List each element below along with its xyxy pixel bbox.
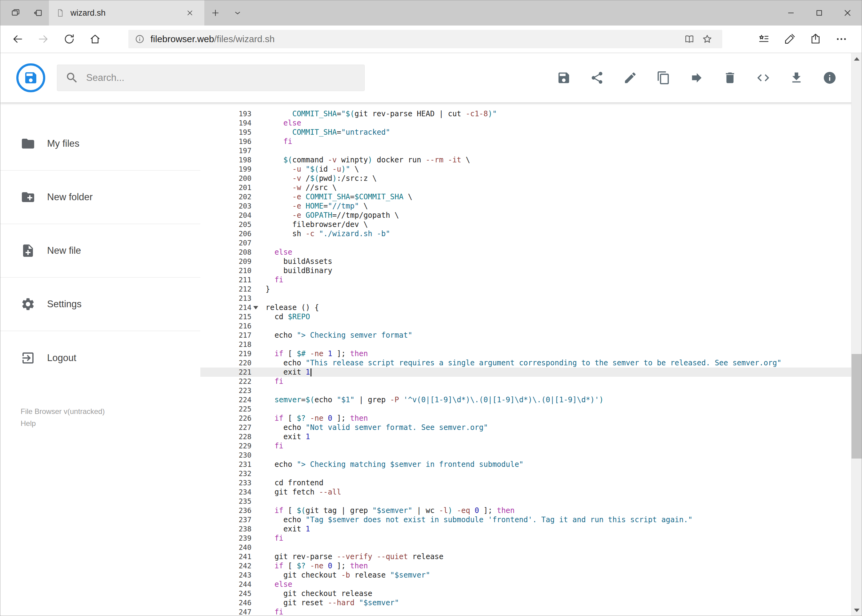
move-button[interactable] xyxy=(683,64,710,91)
address-bar[interactable]: filebrowser.web/files/wizard.sh xyxy=(128,30,722,48)
fold-toggle-icon[interactable] xyxy=(253,306,258,310)
code-line[interactable]: 199 -u "$(id -u)" \ xyxy=(200,165,851,174)
code-line[interactable]: 230 xyxy=(200,451,851,460)
code-line[interactable]: 246 git reset --hard "$semver" xyxy=(200,598,851,607)
code-line[interactable]: 203 -e HOME="//tmp" \ xyxy=(200,201,851,211)
code-line[interactable]: 212} xyxy=(200,284,851,294)
favorites-hub-button[interactable] xyxy=(751,27,777,51)
code-line[interactable]: 210 buildBinary xyxy=(200,266,851,275)
page-info-button[interactable] xyxy=(134,34,145,44)
code-line[interactable]: 245 git checkout release xyxy=(200,589,851,598)
code-line[interactable]: 222 fi xyxy=(200,377,851,386)
code-line[interactable]: 220 echo "This release script requires a… xyxy=(200,358,851,368)
edit-button[interactable] xyxy=(617,64,644,91)
search-input[interactable] xyxy=(86,72,356,83)
code-line[interactable]: 232 xyxy=(200,469,851,478)
back-button[interactable] xyxy=(5,27,30,51)
code-line[interactable]: 208 else xyxy=(200,248,851,257)
code-line[interactable]: 247 fi xyxy=(200,607,851,616)
code-line[interactable]: 243 git checkout -b release "$semver" xyxy=(200,570,851,580)
code-line[interactable]: 221 exit 1 xyxy=(200,368,851,377)
download-button[interactable] xyxy=(783,64,810,91)
reading-view-button[interactable] xyxy=(681,31,698,47)
set-tabs-aside-button[interactable] xyxy=(27,0,49,25)
code-line[interactable]: 224 semver=$(echo "$1" | grep -P '^v(0|[… xyxy=(200,395,851,404)
code-line[interactable]: 242 if [ $? -ne 0 ]; then xyxy=(200,561,851,570)
code-line[interactable]: 231 echo "> Checking matching $semver in… xyxy=(200,460,851,469)
sidebar-item-settings[interactable]: Settings xyxy=(0,278,200,331)
code-line[interactable]: 240 xyxy=(200,543,851,552)
code-line[interactable]: 223 xyxy=(200,386,851,395)
code-line[interactable]: 207 xyxy=(200,238,851,248)
code-line[interactable]: 217 echo "> Checking semver format" xyxy=(200,331,851,340)
code-line[interactable]: 202 -e COMMIT_SHA=$COMMIT_SHA \ xyxy=(200,192,851,201)
add-favorite-button[interactable] xyxy=(698,31,716,47)
forward-button[interactable] xyxy=(30,27,56,51)
code-line[interactable]: 214release () { xyxy=(200,303,851,312)
code-line[interactable]: 194 else xyxy=(200,118,851,127)
code-line[interactable]: 218 xyxy=(200,340,851,349)
code-line[interactable]: 200 -v /$(pwd):/src:z \ xyxy=(200,174,851,183)
code-line[interactable]: 238 exit 1 xyxy=(200,524,851,534)
tab-close-button[interactable] xyxy=(182,5,198,20)
raw-view-button[interactable] xyxy=(750,64,777,91)
minimize-button[interactable] xyxy=(777,0,805,25)
scroll-up-icon[interactable] xyxy=(851,53,862,64)
code-line[interactable]: 213 xyxy=(200,294,851,303)
maximize-button[interactable] xyxy=(805,0,834,25)
code-line[interactable]: 197 xyxy=(200,146,851,155)
code-line[interactable]: 195 COMMIT_SHA="untracked" xyxy=(200,127,851,137)
help-link[interactable]: Help xyxy=(20,417,105,429)
sidebar-item-my-files[interactable]: My files xyxy=(0,117,200,171)
code-line[interactable]: 239 fi xyxy=(200,534,851,543)
code-line[interactable]: 235 xyxy=(200,497,851,506)
scrollbar-thumb[interactable] xyxy=(851,354,862,459)
refresh-button[interactable] xyxy=(56,27,82,51)
code-line[interactable]: 234 git fetch --all xyxy=(200,487,851,497)
code-line[interactable]: 233 cd frontend xyxy=(200,478,851,487)
close-button[interactable] xyxy=(834,0,862,25)
code-line[interactable]: 211 fi xyxy=(200,275,851,284)
info-button[interactable] xyxy=(816,64,843,91)
code-line[interactable]: 237 echo "Tag $semver does not exist in … xyxy=(200,515,851,524)
code-line[interactable]: 228 exit 1 xyxy=(200,432,851,441)
code-line[interactable]: 196 fi xyxy=(200,137,851,146)
web-note-button[interactable] xyxy=(777,27,803,51)
code-line[interactable]: 204 -e GOPATH=//tmp/gopath \ xyxy=(200,211,851,220)
code-line[interactable]: 236 if [ $(git tag | grep "$semver" | wc… xyxy=(200,506,851,515)
code-line[interactable]: 198 $(command -v winpty) docker run --rm… xyxy=(200,155,851,165)
home-button[interactable] xyxy=(82,27,108,51)
browser-share-button[interactable] xyxy=(803,27,829,51)
app-logo[interactable] xyxy=(16,63,45,92)
sidebar-item-new-file[interactable]: New file xyxy=(0,224,200,278)
code-line[interactable]: 215 cd $REPO xyxy=(200,312,851,321)
browser-tab[interactable]: wizard.sh xyxy=(49,0,204,25)
code-line[interactable]: 229 fi xyxy=(200,441,851,451)
save-button[interactable] xyxy=(550,64,577,91)
code-line[interactable]: 244 else xyxy=(200,580,851,589)
code-line[interactable]: 226 if [ $? -ne 0 ]; then xyxy=(200,414,851,423)
more-menu-button[interactable] xyxy=(829,27,854,51)
code-line[interactable]: 219 if [ $# -ne 1 ]; then xyxy=(200,349,851,358)
code-line[interactable]: 216 xyxy=(200,321,851,331)
new-tab-button[interactable] xyxy=(204,0,227,25)
scroll-down-icon[interactable] xyxy=(851,605,862,616)
code-line[interactable]: 227 echo "Not valid semver format. See s… xyxy=(200,423,851,432)
scrollbar[interactable] xyxy=(851,53,862,616)
sidebar-item-logout[interactable]: Logout xyxy=(0,331,200,385)
sidebar-item-new-folder[interactable]: New folder xyxy=(0,171,200,224)
code-line[interactable]: 206 sh -c "./wizard.sh -b" xyxy=(200,229,851,238)
copy-button[interactable] xyxy=(650,64,677,91)
code-editor[interactable]: 193 COMMIT_SHA="$(git rev-parse HEAD | c… xyxy=(200,102,851,616)
delete-button[interactable] xyxy=(717,64,744,91)
code-line[interactable]: 205 filebrowser/dev \ xyxy=(200,220,851,229)
code-line[interactable]: 201 -w //src \ xyxy=(200,183,851,192)
share-button[interactable] xyxy=(583,64,611,91)
code-line[interactable]: 193 COMMIT_SHA="$(git rev-parse HEAD | c… xyxy=(200,109,851,118)
tab-preview-button[interactable] xyxy=(5,0,27,25)
search-box[interactable] xyxy=(57,64,365,91)
code-line[interactable]: 209 buildAssets xyxy=(200,257,851,266)
code-line[interactable]: 241 git rev-parse --verify --quiet relea… xyxy=(200,552,851,561)
code-line[interactable]: 225 xyxy=(200,404,851,414)
tab-list-button[interactable] xyxy=(227,0,249,25)
